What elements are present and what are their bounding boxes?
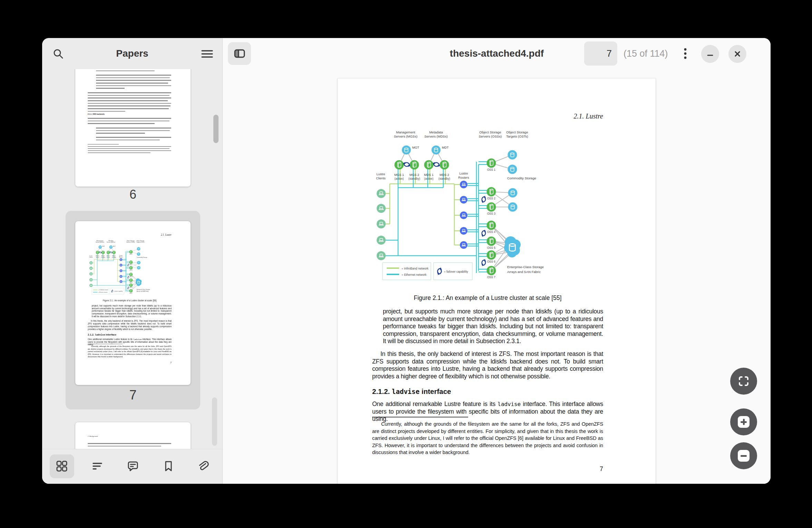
oss3-label: OSS 3 bbox=[129, 270, 133, 271]
thumbnail-page-7-content: 2.1. Lustre bbox=[75, 221, 191, 385]
thumbnail-label-6: 6 bbox=[75, 187, 191, 202]
thumbnail-page-7: 2.1. Lustre bbox=[75, 221, 191, 385]
legend-infiniband: = InfiniBand network bbox=[98, 289, 108, 291]
lustre-cluster-diagram: = InfiniBand network = Ethernet network … bbox=[373, 124, 615, 290]
section-number: 2.1.2. bbox=[88, 333, 94, 336]
paragraph-3-pre: One additional remarkable Lustre feature… bbox=[372, 400, 497, 407]
annotations-view-button[interactable] bbox=[127, 460, 139, 472]
enterprise-storage-label-1: Enterprise-Class Storage bbox=[137, 289, 150, 290]
mgt-label: MGT bbox=[412, 146, 419, 149]
close-button[interactable] bbox=[728, 45, 746, 63]
legend-failover: = failover capability bbox=[114, 291, 123, 292]
pdf-page: 2.1. Lustre bbox=[338, 78, 656, 484]
section-rest: interface bbox=[422, 387, 451, 395]
paperclip-icon bbox=[196, 460, 209, 472]
mds2-label: MDS 2 bbox=[439, 173, 449, 177]
section-heading: 2.1.2. ladvise interface bbox=[372, 387, 451, 396]
outline-view-button[interactable] bbox=[91, 460, 104, 472]
mgs1-state: (active) bbox=[96, 257, 99, 258]
sidebar-scrollbar-thumb[interactable] bbox=[213, 115, 219, 143]
mds1-state: (active) bbox=[107, 257, 110, 258]
routers-label-2: Routers bbox=[119, 256, 123, 258]
sidebar-toolbar bbox=[42, 449, 222, 484]
col-ost-1: Object Storage bbox=[506, 130, 528, 134]
oss2-label: OSS 2 bbox=[487, 197, 496, 200]
screen: Papers 2.1.1. OSS backends bbox=[0, 0, 812, 528]
page-number-input[interactable] bbox=[584, 41, 617, 66]
mgs1-label: MGS 1 bbox=[394, 173, 404, 177]
paragraph-1: project, but supports much more storage … bbox=[383, 308, 603, 345]
fullscreen-icon bbox=[738, 375, 750, 387]
text-lines-placeholder bbox=[88, 118, 171, 126]
mgs2-state: (standby) bbox=[101, 257, 105, 258]
zoom-out-button[interactable] bbox=[730, 442, 757, 469]
zoom-in-button[interactable] bbox=[730, 408, 757, 435]
fullscreen-button[interactable] bbox=[730, 368, 757, 395]
oss5-label: OSS 5 bbox=[129, 282, 133, 283]
lustre-cluster-diagram: = InfiniBand network = Ethernet network … bbox=[88, 238, 176, 298]
thumbnail-page-6[interactable]: 2.1.1. OSS backends bbox=[75, 69, 191, 187]
main-area: thesis-attached4.pdf (15 of 114) bbox=[223, 38, 771, 484]
page-number: 7 bbox=[600, 465, 603, 473]
zoom-in-icon bbox=[738, 416, 750, 428]
routers-label-2: Routers bbox=[458, 176, 469, 179]
oss5-label: OSS 5 bbox=[487, 246, 496, 249]
thumbnail-page-7-selected[interactable]: 2.1. Lustre bbox=[66, 211, 200, 409]
oss6-label: OSS 6 bbox=[129, 287, 133, 288]
col-ost-2: Targets (OSTs) bbox=[506, 134, 528, 138]
col-mgmt-2: Servers (MGSs) bbox=[96, 242, 104, 243]
main-menu-button[interactable] bbox=[200, 46, 215, 62]
oss1-label: OSS 1 bbox=[487, 168, 496, 171]
running-header: 2.1. Lustre bbox=[574, 112, 603, 120]
section-rest: interface bbox=[106, 333, 116, 336]
running-header: 2.1. Lustre bbox=[161, 234, 172, 236]
mds1-label: MDS 1 bbox=[424, 173, 434, 177]
text-lines-placeholder bbox=[88, 443, 171, 448]
footnote-text: Currently, although the grounds of the f… bbox=[372, 421, 603, 456]
enterprise-storage-label-1: Enterprise-Class Storage bbox=[507, 265, 544, 269]
legend-infiniband: = InfiniBand network bbox=[402, 267, 429, 270]
enterprise-storage-blob bbox=[136, 279, 142, 286]
thumbnails-grid-icon bbox=[56, 460, 68, 472]
oss2-label: OSS 2 bbox=[129, 264, 133, 265]
mgt-label: MGT bbox=[102, 246, 105, 247]
text-lines-placeholder bbox=[96, 75, 171, 91]
sidebar: Papers 2.1.1. OSS backends bbox=[42, 38, 223, 484]
menu-kebab-button[interactable] bbox=[678, 47, 692, 60]
hamburger-icon bbox=[201, 48, 213, 60]
sidebar-scrollbar-track[interactable] bbox=[212, 397, 217, 446]
col-meta-2: Servers (MDSs) bbox=[107, 242, 115, 243]
clients-label-2: Clients bbox=[89, 257, 93, 258]
paragraph-3: One additional remarkable Lustre feature… bbox=[88, 338, 172, 346]
pdf-page-content: 2.1. Lustre bbox=[338, 78, 656, 484]
mds2-state: (standby) bbox=[112, 257, 116, 258]
paragraph-2: In this thesis, the only backend of inte… bbox=[88, 320, 172, 330]
paragraph-3-pre: One additional remarkable Lustre feature… bbox=[88, 338, 133, 340]
thumbnail-page-8[interactable]: 2. Background bbox=[75, 422, 191, 449]
bookmarks-view-button[interactable] bbox=[162, 460, 175, 472]
text-lines-placeholder bbox=[88, 92, 171, 114]
pdf-page-content: 2.1. Lustre bbox=[75, 221, 191, 385]
section-mono: ladvise bbox=[95, 333, 105, 336]
col-meta-2: Servers (MDSs) bbox=[424, 134, 448, 138]
text-lines-placeholder bbox=[96, 69, 171, 73]
minimize-button[interactable] bbox=[701, 45, 719, 63]
legend-ethernet: = Ethernet network bbox=[402, 273, 427, 276]
clients-label-1: Lustre bbox=[376, 172, 385, 176]
text-lines-placeholder bbox=[96, 128, 171, 135]
thumb8-heading: 2. Background bbox=[88, 435, 98, 437]
mds1-state: (active) bbox=[424, 177, 434, 180]
page-number: 7 bbox=[170, 361, 172, 364]
bookmark-icon bbox=[162, 460, 175, 472]
enterprise-storage-label-2: Arrays and SAN Fabric bbox=[137, 291, 149, 292]
attachments-view-button[interactable] bbox=[196, 460, 209, 472]
col-ost-2: Targets (OSTs) bbox=[136, 242, 144, 243]
paragraph-3: One additional remarkable Lustre feature… bbox=[372, 400, 603, 423]
footnote-rule bbox=[372, 417, 468, 417]
section-heading: 2.1.2. ladvise interface bbox=[88, 333, 116, 336]
figure-caption: Figure 2.1.: An example of a Lustre clus… bbox=[88, 300, 172, 302]
thumbnail-label-7: 7 bbox=[66, 388, 200, 403]
commodity-storage-label: Commodity Storage bbox=[137, 257, 147, 258]
oss6-label: OSS 6 bbox=[487, 260, 496, 263]
thumbnails-view-button[interactable] bbox=[56, 460, 68, 472]
